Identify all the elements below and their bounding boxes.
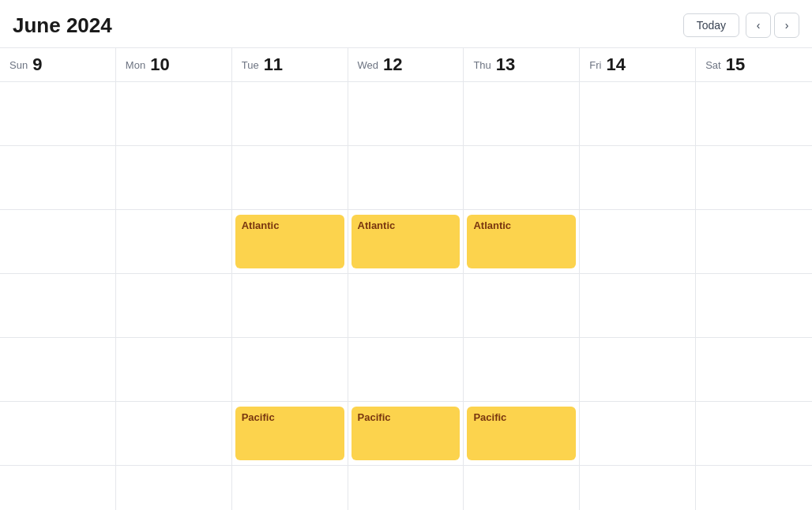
calendar-cell	[0, 146, 116, 209]
calendar-row: AtlanticAtlanticAtlantic	[0, 210, 812, 274]
event-block-pacific[interactable]: Pacific	[235, 407, 344, 460]
day-number: 9	[32, 54, 42, 75]
calendar-grid: Sun 9 Mon 10 Tue 11 Wed 12 Thu 13 Fri 14…	[0, 47, 812, 510]
calendar-container: June 2024 Today ‹ › Sun 9 Mon 10 Tue 11 …	[0, 0, 812, 510]
calendar-cell	[348, 82, 464, 145]
calendar-cell	[464, 146, 580, 209]
calendar-cell	[116, 466, 232, 510]
calendar-cell	[0, 274, 116, 337]
next-button[interactable]: ›	[774, 13, 799, 38]
day-header-thu: Thu 13	[464, 48, 580, 81]
day-header-sun: Sun 9	[0, 48, 116, 81]
calendar-title: June 2024	[13, 13, 112, 38]
day-header-wed: Wed 12	[348, 48, 464, 81]
event-block-atlantic[interactable]: Atlantic	[235, 215, 344, 268]
calendar-cell	[0, 466, 116, 510]
calendar-cell	[696, 82, 812, 145]
header-controls: Today ‹ ›	[683, 13, 799, 38]
day-number: 10	[150, 54, 169, 75]
day-name: Mon	[126, 59, 145, 71]
calendar-cell	[116, 274, 232, 337]
event-block-atlantic[interactable]: Atlantic	[467, 215, 576, 268]
calendar-cell: Pacific	[232, 402, 348, 465]
calendar-cell: Atlantic	[464, 210, 580, 273]
calendar-row	[0, 338, 812, 402]
calendar-cell	[232, 466, 348, 510]
calendar-cell	[0, 338, 116, 401]
calendar-cell	[580, 82, 696, 145]
prev-button[interactable]: ‹	[746, 13, 771, 38]
day-number: 11	[264, 54, 283, 75]
calendar-row: PacificPacificPacific	[0, 402, 812, 466]
calendar-row	[0, 274, 812, 338]
calendar-cell	[0, 210, 116, 273]
calendar-cell	[348, 146, 464, 209]
event-block-pacific[interactable]: Pacific	[351, 407, 461, 460]
event-block-pacific[interactable]: Pacific	[467, 407, 576, 460]
calendar-cell	[232, 338, 348, 401]
calendar-cell	[464, 466, 580, 510]
day-header-fri: Fri 14	[580, 48, 696, 81]
calendar-cell: Atlantic	[348, 210, 464, 273]
calendar-cell: Pacific	[348, 402, 464, 465]
day-name: Sat	[705, 59, 721, 71]
calendar-cell	[696, 338, 812, 401]
calendar-cell	[348, 274, 464, 337]
day-number: 13	[496, 54, 515, 75]
calendar-cell	[348, 466, 464, 510]
day-header-sat: Sat 15	[696, 48, 812, 81]
event-block-atlantic[interactable]: Atlantic	[351, 215, 461, 268]
day-headers: Sun 9 Mon 10 Tue 11 Wed 12 Thu 13 Fri 14…	[0, 48, 812, 82]
day-number: 12	[383, 54, 402, 75]
calendar-cell	[580, 466, 696, 510]
calendar-row	[0, 146, 812, 210]
calendar-cell	[580, 210, 696, 273]
calendar-row	[0, 82, 812, 146]
day-name: Tue	[242, 59, 259, 71]
day-name: Wed	[358, 59, 379, 71]
calendar-cell	[696, 402, 812, 465]
calendar-cell	[116, 146, 232, 209]
calendar-cell	[580, 402, 696, 465]
calendar-cell	[232, 146, 348, 209]
day-number: 14	[606, 54, 625, 75]
day-name: Thu	[473, 59, 491, 71]
day-number: 15	[726, 54, 745, 75]
calendar-cell	[580, 338, 696, 401]
today-button[interactable]: Today	[683, 13, 739, 37]
calendar-cell	[696, 146, 812, 209]
calendar-cell	[0, 82, 116, 145]
calendar-cell	[580, 146, 696, 209]
calendar-cell	[116, 82, 232, 145]
day-header-mon: Mon 10	[116, 48, 232, 81]
calendar-cell	[464, 274, 580, 337]
calendar-cell	[232, 274, 348, 337]
day-name: Sun	[9, 59, 28, 71]
calendar-row	[0, 466, 812, 510]
calendar-cell: Pacific	[464, 402, 580, 465]
day-header-tue: Tue 11	[232, 48, 348, 81]
calendar-cell	[116, 338, 232, 401]
day-name: Fri	[589, 59, 601, 71]
calendar-cell	[464, 82, 580, 145]
calendar-cell	[116, 210, 232, 273]
calendar-cell	[696, 274, 812, 337]
calendar-cell	[696, 466, 812, 510]
calendar-cell	[464, 338, 580, 401]
calendar-header: June 2024 Today ‹ ›	[0, 13, 812, 47]
calendar-cell	[580, 274, 696, 337]
calendar-body: AtlanticAtlanticAtlanticPacificPacificPa…	[0, 82, 812, 510]
calendar-cell	[348, 338, 464, 401]
calendar-cell: Atlantic	[232, 210, 348, 273]
calendar-cell	[696, 210, 812, 273]
calendar-cell	[232, 82, 348, 145]
calendar-cell	[0, 402, 116, 465]
calendar-cell	[116, 402, 232, 465]
